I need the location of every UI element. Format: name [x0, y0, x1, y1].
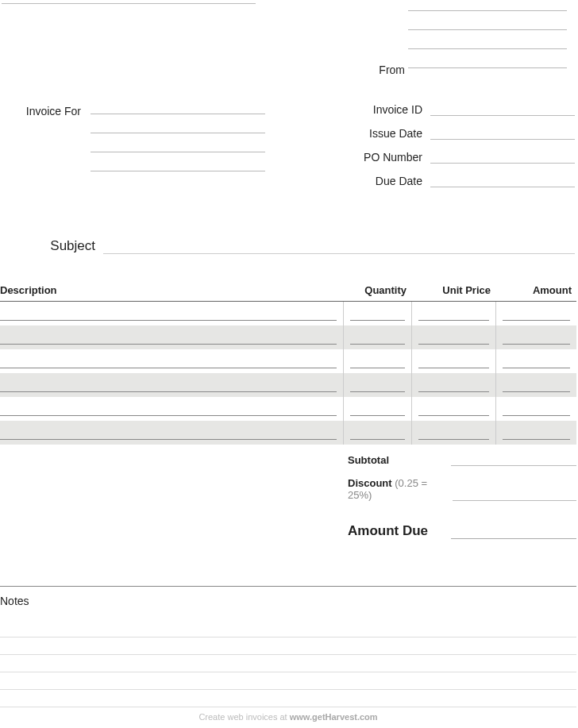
table-row — [0, 421, 576, 445]
line-items-table: Description Quantity Unit Price Amount — [0, 278, 576, 445]
invoice-for-line[interactable] — [91, 141, 265, 152]
qty-field[interactable] — [350, 368, 405, 368]
from-label: From — [349, 64, 405, 76]
meta-row-issue-date: Issue Date — [348, 127, 575, 140]
discount-label: Discount — [348, 477, 392, 489]
invoice-id-field[interactable] — [430, 105, 575, 116]
invoice-id-label: Invoice ID — [348, 103, 422, 116]
from-block: From — [349, 0, 575, 76]
notes-line[interactable] — [0, 637, 576, 655]
discount-row: Discount (0.25 = 25%) — [348, 477, 576, 501]
from-line[interactable] — [408, 0, 567, 11]
table-row — [0, 325, 576, 349]
qty-field[interactable] — [350, 439, 405, 440]
price-field[interactable] — [418, 320, 489, 321]
notes-line[interactable] — [0, 690, 576, 707]
from-line[interactable] — [408, 38, 567, 49]
discount-field[interactable] — [453, 490, 576, 501]
col-header-unit-price: Unit Price — [411, 278, 495, 302]
table-row — [0, 302, 576, 325]
price-field[interactable] — [418, 391, 489, 392]
due-date-field[interactable] — [430, 176, 575, 187]
due-date-label: Due Date — [348, 175, 422, 187]
table-row — [0, 373, 576, 397]
invoice-for-line[interactable] — [91, 103, 265, 114]
meta-row-po-number: PO Number — [348, 151, 575, 164]
issue-date-field[interactable] — [430, 129, 575, 140]
notes-line[interactable] — [0, 655, 576, 672]
invoice-for-line[interactable] — [91, 122, 265, 133]
qty-field[interactable] — [350, 320, 405, 321]
desc-field[interactable] — [0, 368, 337, 368]
table-row — [0, 397, 576, 421]
meta-block: Invoice ID Issue Date PO Number Due Date — [348, 103, 575, 198]
desc-field[interactable] — [0, 415, 337, 416]
amount-field[interactable] — [503, 320, 571, 321]
footer: Create web invoices at www.getHarvest.co… — [0, 712, 576, 722]
footer-prefix: Create web invoices at — [198, 712, 289, 722]
notes-block: Notes — [0, 586, 576, 707]
col-header-amount: Amount — [495, 278, 576, 302]
subtotal-field[interactable] — [451, 455, 576, 466]
amount-due-label: Amount Due — [348, 523, 428, 539]
amount-due-field[interactable] — [451, 525, 576, 539]
col-header-description: Description — [0, 278, 343, 302]
amount-field[interactable] — [503, 344, 571, 345]
amount-due-row: Amount Due — [348, 523, 576, 539]
desc-field[interactable] — [0, 391, 337, 392]
po-number-field[interactable] — [430, 152, 575, 164]
price-field[interactable] — [418, 368, 489, 368]
qty-field[interactable] — [350, 391, 405, 392]
from-lines — [408, 0, 567, 76]
price-field[interactable] — [418, 439, 489, 440]
desc-field[interactable] — [0, 320, 337, 321]
subtotal-row: Subtotal — [348, 454, 576, 466]
qty-field[interactable] — [350, 344, 405, 345]
from-line[interactable] — [408, 19, 567, 30]
issue-date-label: Issue Date — [348, 127, 422, 140]
invoice-for-block: Invoice For — [2, 103, 272, 179]
notes-label: Notes — [0, 595, 576, 607]
desc-field[interactable] — [0, 439, 337, 440]
from-line[interactable] — [408, 57, 567, 68]
subject-block: Subject — [2, 238, 575, 254]
qty-field[interactable] — [350, 415, 405, 416]
desc-field[interactable] — [0, 344, 337, 345]
subject-label: Subject — [2, 238, 95, 254]
line-items-body — [0, 302, 576, 445]
table-row — [0, 349, 576, 373]
price-field[interactable] — [418, 415, 489, 416]
amount-field[interactable] — [503, 415, 571, 416]
footer-site: www.getHarvest.com — [290, 712, 378, 722]
invoice-for-label: Invoice For — [2, 103, 81, 117]
subtotal-label: Subtotal — [348, 454, 389, 466]
po-number-label: PO Number — [348, 151, 422, 164]
subject-field[interactable] — [103, 241, 575, 254]
notes-line[interactable] — [0, 620, 576, 637]
notes-lines — [0, 620, 576, 707]
meta-row-invoice-id: Invoice ID — [348, 103, 575, 116]
col-header-quantity: Quantity — [343, 278, 411, 302]
notes-line[interactable] — [0, 672, 576, 690]
table-header-row: Description Quantity Unit Price Amount — [0, 278, 576, 302]
amount-field[interactable] — [503, 391, 571, 392]
invoice-template: From Invoice For Invoice ID Issue Date P… — [0, 0, 578, 728]
amount-field[interactable] — [503, 439, 571, 440]
invoice-for-lines — [91, 103, 265, 179]
notes-divider — [0, 586, 576, 587]
sender-top-line — [2, 3, 256, 4]
amount-field[interactable] — [503, 368, 571, 368]
meta-row-due-date: Due Date — [348, 175, 575, 187]
price-field[interactable] — [418, 344, 489, 345]
invoice-for-line[interactable] — [91, 160, 265, 171]
totals-block: Subtotal Discount (0.25 = 25%) Amount Du… — [348, 454, 576, 539]
